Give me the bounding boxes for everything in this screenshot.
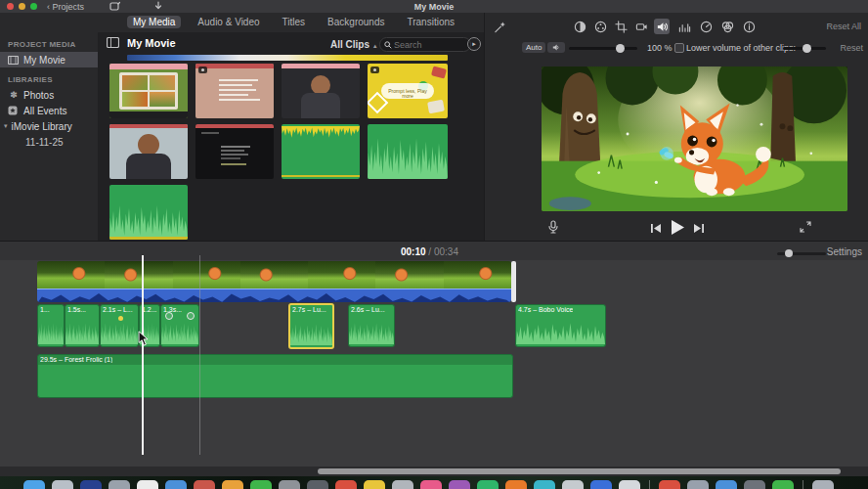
dock-icon[interactable] (222, 480, 243, 489)
dock-icon[interactable] (619, 480, 640, 489)
media-thumbnail-webcam-dark[interactable] (282, 64, 360, 118)
tab-backgrounds[interactable]: Backgrounds (322, 16, 390, 28)
color-balance-icon[interactable] (572, 19, 587, 34)
media-thumbnail-terminal[interactable] (195, 124, 274, 179)
dock-icon[interactable] (80, 480, 102, 489)
volume-slider-knob[interactable] (616, 44, 625, 53)
search-field[interactable] (379, 37, 471, 52)
timeline-scrollbar-track[interactable] (0, 467, 868, 476)
mute-speaker-button[interactable] (547, 42, 565, 53)
fullscreen-expand-icon[interactable] (800, 221, 811, 233)
camera-badge-icon (370, 67, 379, 73)
desktop-strip (0, 476, 868, 489)
dock-icon[interactable] (716, 480, 737, 489)
media-thumbnail-document[interactable] (195, 64, 274, 118)
timeline-zoom-slider[interactable] (777, 252, 826, 255)
dock-icon[interactable] (137, 480, 158, 489)
sidebar-toggle-icon[interactable] (107, 37, 119, 48)
sfx-clip[interactable]: 1... (37, 304, 65, 347)
media-thumbnail-audio-wave[interactable] (368, 124, 448, 179)
clip-end-handle[interactable] (511, 261, 516, 302)
dock-icon[interactable] (812, 480, 834, 489)
tab-titles[interactable]: Titles (277, 16, 312, 28)
dock-icon[interactable] (659, 480, 680, 489)
sidebar-item-label: All Events (23, 106, 66, 116)
reset-all-button[interactable]: Reset All (826, 22, 861, 31)
clip-filters-icon[interactable] (719, 19, 735, 34)
dock-icon[interactable] (505, 480, 527, 489)
voiceover-clip[interactable]: 4.7s – Bobo Voice (515, 304, 606, 347)
dock-icon[interactable] (772, 480, 794, 489)
next-frame-button[interactable] (694, 224, 704, 233)
volume-slider[interactable] (569, 47, 637, 50)
playhead[interactable] (142, 255, 144, 455)
timeline-scrollbar-thumb[interactable] (318, 468, 841, 474)
dock-icon[interactable] (108, 480, 130, 489)
dock-icon[interactable] (307, 480, 328, 489)
dock-icon[interactable] (477, 480, 499, 489)
crop-icon[interactable] (613, 19, 629, 34)
sidebar-item-all-events[interactable]: All Events (0, 103, 98, 118)
video-clip[interactable] (37, 261, 511, 302)
lower-volume-checkbox[interactable] (674, 43, 684, 53)
browser-options-button[interactable]: ▸ (467, 37, 481, 51)
fade-handle[interactable] (187, 312, 195, 320)
sfx-clip[interactable]: 2.6s – Lu... (348, 304, 395, 347)
timeline-settings-button[interactable]: Settings (827, 246, 862, 257)
media-thumbnail-webcam-light[interactable] (109, 124, 188, 179)
dock-icon[interactable] (687, 480, 709, 489)
chevron-down-icon[interactable]: ▾ (4, 122, 8, 130)
sfx-clip-selected[interactable]: 2.7s – Lu... (288, 303, 334, 349)
volume-icon[interactable] (654, 19, 670, 34)
dock-icon[interactable] (279, 480, 300, 489)
sidebar-item-photos[interactable]: ✽ Photos (0, 87, 98, 103)
volume-reset-button[interactable]: Reset (840, 43, 863, 53)
dock-icon[interactable] (364, 480, 385, 489)
color-correction-icon[interactable] (592, 19, 608, 34)
previous-frame-button[interactable] (651, 224, 661, 233)
tab-my-media[interactable]: My Media (127, 16, 181, 28)
dock-icon[interactable] (250, 480, 272, 489)
media-thumbnail-screen-collage[interactable] (109, 64, 188, 118)
lower-volume-knob[interactable] (803, 44, 811, 53)
sfx-clip[interactable]: 1.3s... (160, 304, 199, 347)
fade-handle[interactable] (165, 312, 173, 320)
sidebar-item-my-movie[interactable]: My Movie (0, 52, 98, 67)
clip-info-icon[interactable] (741, 19, 757, 34)
play-button[interactable] (671, 220, 684, 235)
record-voiceover-mic-icon[interactable] (547, 220, 559, 235)
dock-icon[interactable] (449, 480, 470, 489)
dock-icon[interactable] (23, 480, 45, 489)
enhance-wand-icon[interactable] (492, 19, 507, 34)
dock-icon[interactable] (52, 480, 73, 489)
media-thumbnail-audio-yellow[interactable] (282, 124, 360, 179)
dock-icon[interactable] (420, 480, 442, 489)
volume-keyframe-dot[interactable] (118, 316, 123, 321)
dock-icon[interactable] (335, 480, 357, 489)
dock-icon[interactable] (744, 480, 765, 489)
stabilization-icon[interactable] (633, 19, 649, 34)
tab-transitions[interactable]: Transitions (401, 16, 460, 28)
dock-icon[interactable] (194, 480, 215, 489)
music-clip[interactable]: 29.5s – Forest Frolic (1) (37, 354, 513, 398)
dock-icon[interactable] (562, 480, 584, 489)
speed-gauge-icon[interactable] (698, 19, 714, 34)
tab-audio-video[interactable]: Audio & Video (192, 16, 265, 28)
media-thumbnail-partial[interactable] (127, 55, 448, 61)
sfx-clip[interactable]: 2.1s – L... (100, 304, 139, 347)
sidebar-item-imovie-library[interactable]: ▾ iMovie Library (0, 118, 98, 134)
dock-icon[interactable] (590, 480, 612, 489)
sidebar-item-library-date[interactable]: 11-11-25 (0, 134, 98, 150)
search-input[interactable] (392, 39, 458, 51)
noise-reduction-icon[interactable] (676, 19, 692, 34)
media-thumbnail-audio-wave[interactable] (109, 185, 188, 240)
timeline-zoom-knob[interactable] (785, 249, 793, 257)
auto-volume-button[interactable]: Auto (522, 42, 545, 53)
clip-filter-dropdown[interactable]: All Clips ▲ (330, 39, 378, 50)
dock-icon[interactable] (392, 480, 413, 489)
media-thumbnail-promo[interactable]: Prompt less, Play more (368, 64, 448, 118)
sfx-clip[interactable]: 1.5s... (65, 304, 100, 347)
lower-volume-slider[interactable] (783, 47, 826, 50)
dock-icon[interactable] (534, 480, 555, 489)
dock-icon[interactable] (165, 480, 187, 489)
